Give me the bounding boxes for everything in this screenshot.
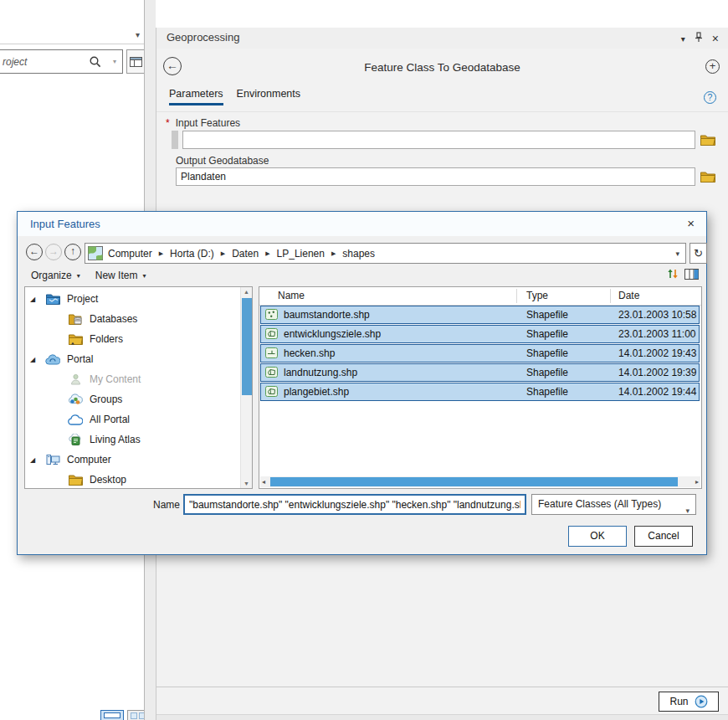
tree-item-project[interactable]: ◢ Project (25, 289, 240, 309)
expanded-triangle-icon[interactable]: ◢ (30, 456, 41, 464)
search-input[interactable] (0, 52, 79, 71)
polygon-shapefile-icon (265, 328, 278, 342)
desktop-folder-icon (68, 474, 83, 486)
add-tool-button[interactable]: + (705, 59, 720, 74)
crumb-drive[interactable]: Horta (D:) (170, 248, 214, 260)
project-icon (45, 293, 60, 305)
polygon-shapefile-icon (265, 386, 278, 399)
output-geodatabase-label: Output Geodatabase (176, 155, 269, 167)
tool-tabs: Parameters Environments (169, 88, 300, 105)
columns-view-icon[interactable] (684, 268, 699, 283)
search-options-caret-icon[interactable]: ▾ (113, 58, 116, 65)
polygon-shapefile-icon (265, 367, 278, 380)
tree-item-living-atlas[interactable]: Living Atlas (25, 429, 240, 450)
browse-output-folder-icon[interactable] (699, 167, 717, 186)
file-row[interactable]: landnutzung.shp Shapefile 14.01.2002 19:… (260, 363, 700, 382)
nav-back-button[interactable]: ← (26, 244, 43, 260)
file-row[interactable]: hecken.shp Shapefile 14.01.2002 19:43 (260, 344, 700, 363)
bottom-tab-portal[interactable] (127, 710, 144, 720)
divider (156, 111, 728, 112)
expanded-triangle-icon[interactable]: ◢ (30, 296, 41, 303)
browse-input-folder-icon[interactable] (699, 131, 717, 149)
file-type-filter[interactable]: Feature Classes (All Types) ▾ (531, 494, 696, 515)
tree-item-my-content[interactable]: My Content (25, 369, 240, 389)
all-portal-cloud-icon (68, 414, 83, 425)
output-geodatabase-field[interactable] (176, 167, 695, 186)
scroll-right-icon[interactable]: ▸ (695, 478, 699, 486)
ok-button[interactable]: OK (568, 526, 627, 547)
drag-handle[interactable] (172, 131, 178, 149)
required-asterisk: * (166, 117, 170, 129)
file-row[interactable]: entwicklungsziele.shp Shapefile 23.01.20… (260, 325, 700, 343)
scroll-up-icon[interactable]: ▲ (241, 289, 252, 295)
crumb-shapes[interactable]: shapes (342, 248, 375, 260)
input-features-field[interactable] (182, 131, 695, 149)
expanded-triangle-icon[interactable]: ◢ (30, 356, 41, 363)
pin-icon[interactable] (695, 31, 703, 46)
scroll-down-icon[interactable]: ▼ (241, 481, 252, 486)
tree-item-folders[interactable]: Folders (25, 329, 240, 349)
organize-menu[interactable]: Organize▾ (31, 270, 80, 281)
panel-menu-caret-icon[interactable]: ▾ (136, 30, 140, 39)
help-icon[interactable]: ? (704, 91, 716, 104)
dialog-titlebar[interactable]: Input Features × (18, 212, 706, 236)
crumb-separator-icon: ▶ (265, 250, 269, 257)
tab-parameters[interactable]: Parameters (169, 88, 223, 105)
run-button[interactable]: Run (659, 692, 719, 712)
nav-up-button[interactable]: ↑ (64, 244, 81, 260)
scrollbar-thumb[interactable] (270, 477, 678, 486)
tree-item-databases[interactable]: Databases (25, 309, 240, 329)
portal-cloud-icon (45, 354, 60, 365)
tab-environments[interactable]: Environments (237, 88, 300, 105)
name-input[interactable] (183, 494, 526, 515)
scrollbar-thumb[interactable] (242, 298, 252, 395)
column-header-name[interactable]: Name (278, 290, 305, 301)
cancel-button[interactable]: Cancel (634, 526, 693, 547)
file-row[interactable]: baumstandorte.shp Shapefile 23.01.2003 1… (260, 306, 700, 324)
crumb-daten[interactable]: Daten (232, 248, 259, 260)
crumb-lp-lienen[interactable]: LP_Lienen (277, 248, 325, 260)
input-features-dialog: Input Features × ← → ↑ Computer ▶ Horta … (17, 211, 707, 555)
dialog-title: Input Features (30, 218, 100, 230)
catalog-view-button[interactable] (126, 49, 144, 74)
sort-icon[interactable] (667, 268, 679, 283)
file-list-hscrollbar[interactable]: ◂ ▸ (260, 476, 700, 487)
panel-close-icon[interactable]: × (712, 32, 719, 45)
tree-item-computer[interactable]: ◢ Computer (25, 450, 240, 470)
column-header-date[interactable]: Date (618, 290, 639, 301)
divider (156, 687, 728, 687)
crumb-separator-icon: ▶ (159, 250, 163, 257)
column-header-type[interactable]: Type (526, 290, 548, 301)
breadcrumb: Computer ▶ Horta (D:) ▶ Daten ▶ LP_Liene… (108, 244, 375, 263)
scroll-left-icon[interactable]: ◂ (262, 478, 265, 486)
crumb-computer[interactable]: Computer (108, 248, 152, 260)
file-row[interactable]: plangebiet.shp Shapefile 14.01.2002 19:4… (260, 383, 700, 401)
dialog-toolbar: Organize▾ New Item▾ (31, 270, 146, 281)
tree-item-desktop[interactable]: Desktop (25, 470, 240, 490)
tree-item-portal[interactable]: ◢ Portal (25, 349, 240, 369)
panel-title: Geoprocessing (167, 31, 239, 44)
tree-item-groups[interactable]: Groups (25, 389, 240, 409)
dialog-close-icon[interactable]: × (687, 216, 695, 230)
search-icon[interactable] (89, 55, 102, 72)
breadcrumb-bar[interactable]: Computer ▶ Horta (D:) ▶ Daten ▶ LP_Liene… (85, 243, 686, 264)
layout-grid-icon (130, 57, 142, 67)
back-button[interactable]: ← (163, 57, 182, 75)
name-label: Name (150, 499, 180, 511)
nav-forward-button[interactable]: → (45, 244, 62, 260)
run-play-icon (695, 695, 708, 708)
tree-scrollbar[interactable]: ▲ ▼ (240, 287, 252, 488)
refresh-button[interactable]: ↻ (690, 243, 707, 264)
file-list-header: Name Type Date (259, 287, 701, 306)
bottom-tab-project[interactable] (100, 710, 124, 720)
new-item-menu[interactable]: New Item▾ (95, 270, 146, 281)
tree-item-all-portal[interactable]: All Portal (25, 409, 240, 429)
crumb-separator-icon: ▶ (331, 250, 336, 257)
groups-icon (68, 393, 83, 405)
folders-icon (68, 333, 83, 345)
geoprocessing-header: Geoprocessing ▾ × (156, 28, 728, 49)
arcgis-pro-screen: ▾ ▾ Geoprocessing ▾ × (0, 0, 728, 720)
panel-options-caret-icon[interactable]: ▾ (681, 34, 685, 44)
breadcrumb-caret-icon[interactable]: ▾ (675, 249, 679, 258)
search-box: ▾ (0, 49, 123, 74)
